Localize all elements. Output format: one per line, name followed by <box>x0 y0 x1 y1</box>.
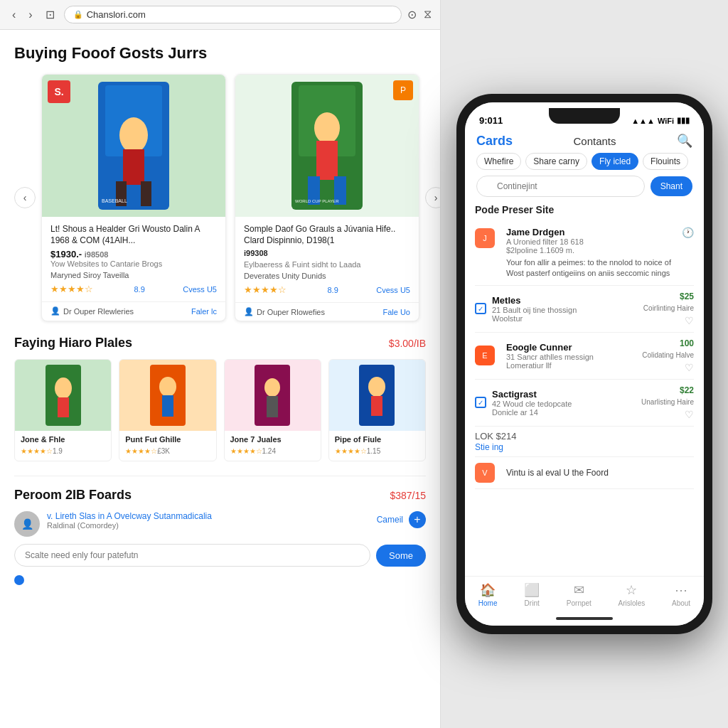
svg-point-24 <box>368 377 385 397</box>
card-title-2: Somple Daof Go Grauls a Júvania Hife.. C… <box>244 224 410 246</box>
heart-icon-1[interactable]: ♡ <box>685 315 694 326</box>
home-indicator <box>556 617 613 620</box>
item-price-3: $22 <box>680 385 694 395</box>
small-card-stars-1: ★★★★☆ <box>21 447 53 455</box>
svg-text:BASEBALL: BASEBALL <box>102 198 127 203</box>
comment-input[interactable] <box>14 544 370 567</box>
item-price-1: $25 <box>680 291 694 301</box>
nav-drint[interactable]: ⬜ Drint <box>524 582 540 607</box>
card-info-2: Somple Daof Go Grauls a Júvania Hife.. C… <box>235 217 419 302</box>
phone-search-row: 🔍 Shant <box>476 176 692 197</box>
stie-link[interactable]: Stie ing <box>475 442 503 452</box>
class-link-1[interactable]: Cvess U5 <box>183 285 217 294</box>
filter-tab-1[interactable]: Share carny <box>525 153 587 170</box>
small-card-stars-4: ★★★★☆ <box>335 447 367 455</box>
phone-search-input[interactable] <box>476 176 645 197</box>
svg-rect-3 <box>123 149 144 185</box>
item-icon-3: ✓ <box>475 397 486 408</box>
phone-header: Cards Contants 🔍 Whefire Share carny Fly… <box>465 129 704 204</box>
filter-tabs: Whefire Share carny Fly icled Flouints <box>476 153 692 170</box>
about-icon: ⋯ <box>675 582 687 598</box>
card-image-2: P WORLD CUP PLAYER <box>235 75 419 217</box>
phone-icons: ▲▲▲ WiFi ▮▮▮ <box>631 116 690 125</box>
carousel-prev[interactable]: ‹ <box>14 187 36 208</box>
fale-link-2[interactable]: Fale Uo <box>382 308 410 316</box>
tab-cards[interactable]: Cards <box>476 134 513 149</box>
svg-point-21 <box>264 378 280 397</box>
item-icon-2: E <box>475 346 495 365</box>
search-top-icon[interactable]: 🔍 <box>677 133 692 149</box>
filter-tab-3[interactable]: Flouints <box>643 153 688 170</box>
item-desc-0: Your fon allir a peimes: to the nnolod t… <box>506 257 676 279</box>
item-sub2-1: Woolstur <box>492 314 638 323</box>
card-carousel: ‹ S. B <box>14 74 426 321</box>
phone-body: Pode Preser Site J Jame Drdgen A Uronied… <box>465 204 704 576</box>
fale-link-1[interactable]: Faler lc <box>191 307 217 316</box>
search-input-wrapper: 🔍 <box>476 176 645 197</box>
svg-rect-5 <box>141 181 151 206</box>
share-button[interactable]: Shant <box>651 176 692 196</box>
nav-arisloles[interactable]: ☆ Arisloles <box>619 582 646 607</box>
small-card-3[interactable]: Jone 7 Juales ★★★★☆1.24 <box>224 359 321 461</box>
cancel-button[interactable]: Cameil <box>377 515 403 525</box>
tab-contents[interactable]: Contants <box>573 135 616 147</box>
nav-about[interactable]: ⋯ About <box>672 582 690 607</box>
item-name-1: Metles <box>492 295 638 306</box>
trading-card-1[interactable]: S. BASEBALL <box>41 74 226 321</box>
trading-card-2[interactable]: P WORLD CUP PLAYER <box>235 74 419 321</box>
small-card-name-3: Jone 7 Juales <box>230 435 315 444</box>
card-footer-owner-2: 👤 Dr Ouper Rlowefies <box>244 307 325 316</box>
class-link-2[interactable]: Cvess U5 <box>376 286 410 294</box>
phone-frame: 9:011 ▲▲▲ WiFi ▮▮▮ Cards Contants 🔍 Whef… <box>456 94 712 634</box>
svg-rect-25 <box>371 396 382 416</box>
forward-button[interactable]: › <box>25 7 36 23</box>
list-item-3[interactable]: ✓ Sactigrast 42 Woud cle tedopcate Donic… <box>475 380 694 427</box>
nav-about-label: About <box>672 599 690 607</box>
home-icon: 🏠 <box>480 582 496 598</box>
item-main-0: Jame Drdgen A Uronied filter 18 618 $2lp… <box>506 227 676 279</box>
heart-icon-3[interactable]: ♡ <box>685 409 694 420</box>
filter-icon[interactable]: ⧖ <box>424 8 432 21</box>
small-card-1[interactable]: Jone & Fhle ★★★★☆1.9 <box>14 359 112 461</box>
battery-icon: ▮▮▮ <box>677 116 690 125</box>
lok-text: LOK $214 <box>475 431 517 441</box>
tab-button[interactable]: ⊡ <box>42 6 58 23</box>
some-button[interactable]: Some <box>376 545 426 567</box>
section3: Peroom 2IB Foards $387/15 👤 v. Lireth Sl… <box>14 476 426 585</box>
item-sub-3: 42 Woud cle tedopcate <box>492 400 636 408</box>
svg-point-9 <box>314 112 340 144</box>
heart-icon-2[interactable]: ♡ <box>685 362 694 373</box>
carousel-next[interactable]: › <box>425 187 440 208</box>
plus-button[interactable]: + <box>409 511 426 528</box>
url-bar[interactable]: 🔒 Chanslori.com <box>64 6 402 23</box>
small-card-4[interactable]: Pipe of Fiule ★★★★☆1.15 <box>328 359 426 461</box>
card-items: S. BASEBALL <box>41 74 419 321</box>
filter-tab-2[interactable]: Fly icled <box>592 153 638 170</box>
small-card-count-3: 1.24 <box>262 447 276 455</box>
list-item-1[interactable]: ✓ Metles 21 Bault oij tine thossign Wool… <box>475 286 694 333</box>
card-footer-1: 👤 Dr Ouper Rlewleries Faler lc <box>42 301 225 320</box>
filter-tab-0[interactable]: Whefire <box>476 153 521 170</box>
nav-home[interactable]: 🏠 Home <box>478 582 498 607</box>
card-badge-1: S. <box>48 80 70 103</box>
comment-link[interactable]: v. Lireth Slas in A Ovelcway Sutanmadica… <box>47 511 370 521</box>
item-price-note-1: Coirlinting Haire <box>643 304 694 312</box>
clock-icon-0: 🕐 <box>682 227 694 238</box>
item-sub2-2: Lomeratiur llf <box>506 361 636 370</box>
timer-icon[interactable]: ⊙ <box>407 8 417 21</box>
lok-row: LOK $214 Stie ing <box>475 427 694 457</box>
browser-actions: ⊙ ⧖ <box>407 8 432 21</box>
browser-panel: ‹ › ⊡ 🔒 Chanslori.com ⊙ ⧖ Buying Fooof G… <box>0 0 441 728</box>
phone-bottom-nav: 🏠 Home ⬜ Drint ✉ Pornpet ☆ Arisloles ⋯ <box>465 576 704 611</box>
section3-header: Peroom 2IB Foards $387/15 <box>14 488 426 503</box>
nav-pornpet[interactable]: ✉ Pornpet <box>567 582 592 607</box>
comment-body: v. Lireth Slas in A Ovelcway Sutanmadica… <box>47 511 370 530</box>
small-card-2[interactable]: Punt Fut Ghille ★★★★☆£3K <box>119 359 216 461</box>
small-card-stars-3: ★★★★☆ <box>230 447 262 455</box>
back-button[interactable]: ‹ <box>9 7 19 23</box>
list-item-0[interactable]: J Jame Drdgen A Uronied filter 18 618 $2… <box>475 221 694 286</box>
list-item-2[interactable]: E Eoogle Cunner 31 Sancr athlles messign… <box>475 333 694 380</box>
lock-icon: 🔒 <box>73 10 83 19</box>
item-main-1: Metles 21 Bault oij tine thossign Woolst… <box>492 295 638 323</box>
nav-home-label: Home <box>478 599 498 607</box>
